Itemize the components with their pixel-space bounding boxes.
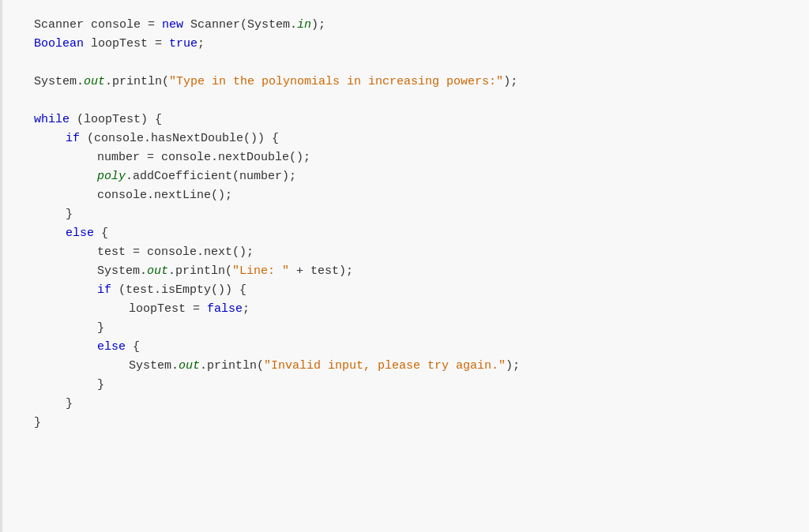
code-line-15: } xyxy=(34,319,809,338)
code-line-16: else { xyxy=(34,338,809,357)
code-line-20: } xyxy=(34,414,809,433)
code-editor: Scanner console = new Scanner(System.in)… xyxy=(0,0,809,532)
code-line-19: } xyxy=(34,395,809,414)
code-line-1: Scanner console = new Scanner(System.in)… xyxy=(34,16,809,35)
code-line-blank2 xyxy=(34,92,809,111)
code-line-18: } xyxy=(34,376,809,395)
code-line-10: else { xyxy=(34,224,809,243)
code-line-9: } xyxy=(34,205,809,224)
code-line-12: System.out.println("Line: " + test); xyxy=(34,262,809,281)
code-line-7: poly.addCoefficient(number); xyxy=(34,167,809,186)
code-line-3: System.out.println("Type in the polynomi… xyxy=(34,73,809,92)
code-line-blank1 xyxy=(34,54,809,73)
code-line-17: System.out.println("Invalid input, pleas… xyxy=(34,357,809,376)
code-line-11: test = console.next(); xyxy=(34,243,809,262)
code-line-5: if (console.hasNextDouble()) { xyxy=(34,129,809,148)
code-line-8: console.nextLine(); xyxy=(34,186,809,205)
code-line-13: if (test.isEmpty()) { xyxy=(34,281,809,300)
code-line-4: while (loopTest) { xyxy=(34,111,809,129)
code-line-6: number = console.nextDouble(); xyxy=(34,148,809,167)
code-line-2: Boolean loopTest = true; xyxy=(34,35,809,54)
code-line-14: loopTest = false; xyxy=(34,300,809,319)
